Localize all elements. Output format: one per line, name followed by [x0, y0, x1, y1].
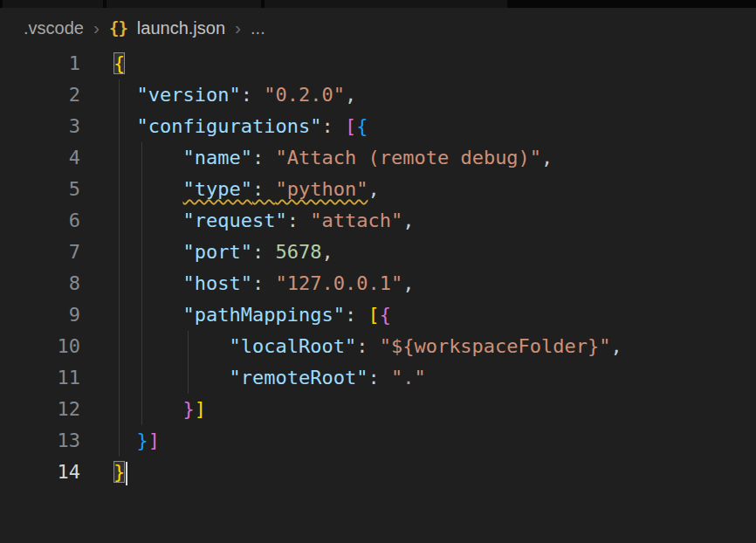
line-number[interactable]: 3 — [0, 111, 80, 142]
code-token: "request" — [182, 210, 286, 231]
code-token: { — [113, 52, 125, 74]
line-number[interactable]: 7 — [0, 237, 80, 268]
code-line[interactable]: 7 "port": 5678, — [0, 237, 756, 268]
code-line[interactable]: 13 }] — [0, 425, 756, 457]
code-line[interactable]: 6 "request": "attach", — [0, 205, 756, 237]
code-token: : — [368, 367, 391, 388]
code-line[interactable]: 2 "version": "0.2.0", — [0, 79, 756, 111]
code-token — [113, 241, 182, 263]
code-token: { — [380, 304, 391, 326]
code-token: : — [252, 178, 276, 200]
line-number[interactable]: 10 — [0, 331, 80, 362]
line-content: "localRoot": "${workspaceFolder}", — [80, 331, 622, 362]
code-token: "${workspaceFolder}" — [380, 335, 611, 357]
code-token: : — [252, 241, 276, 263]
code-line[interactable]: 10 "localRoot": "${workspaceFolder}", — [0, 331, 756, 362]
code-token: "remoteRoot" — [229, 367, 368, 388]
code-token: "host" — [182, 272, 251, 294]
line-content: } — [80, 457, 127, 488]
code-token: , — [402, 272, 414, 294]
code-token: , — [345, 84, 356, 106]
tab-strip-segment — [107, 0, 261, 8]
code-token: "." — [391, 367, 426, 388]
line-content: "name": "Attach (remote debug)", — [80, 142, 553, 174]
code-token — [113, 398, 182, 420]
line-content: }] — [80, 394, 206, 425]
code-token — [113, 147, 182, 168]
code-token: "127.0.0.1" — [275, 272, 402, 294]
code-line[interactable]: 9 "pathMappings": [{ — [0, 299, 756, 331]
code-token: "type" — [182, 178, 251, 200]
code-token: : — [356, 335, 380, 357]
line-content: "host": "127.0.0.1", — [80, 268, 414, 299]
line-number[interactable]: 2 — [0, 79, 80, 111]
code-token: ] — [195, 398, 206, 420]
code-token: "localRoot" — [229, 335, 356, 357]
code-token: : — [241, 84, 265, 106]
tab-bar — [0, 0, 756, 8]
chevron-right-icon: › — [235, 18, 241, 37]
breadcrumb-symbol-ellipsis[interactable]: ... — [251, 18, 265, 38]
line-content: "type": "python", — [80, 174, 380, 205]
line-content: "remoteRoot": "." — [80, 362, 426, 394]
line-content: "request": "attach", — [80, 205, 414, 237]
code-token: "name" — [182, 147, 251, 168]
line-number[interactable]: 6 — [0, 205, 80, 237]
code-token: : — [252, 147, 276, 168]
code-token: } — [182, 398, 194, 420]
code-token — [113, 367, 229, 388]
breadcrumb: .vscode › {} launch.json › ... — [0, 8, 756, 48]
code-token — [113, 304, 182, 326]
code-editor[interactable]: 1{2 "version": "0.2.0",3 "configurations… — [0, 48, 756, 488]
code-token: : — [252, 272, 276, 294]
tab-strip-segment — [3, 0, 103, 8]
code-token: "0.2.0" — [264, 84, 345, 106]
line-number[interactable]: 11 — [0, 362, 80, 394]
code-token: "pathMappings" — [182, 304, 344, 326]
code-token: , — [402, 210, 414, 231]
code-line[interactable]: 8 "host": "127.0.0.1", — [0, 268, 756, 299]
code-token: : — [345, 304, 368, 326]
breadcrumb-file[interactable]: launch.json — [137, 18, 225, 38]
code-line[interactable]: 12 }] — [0, 394, 756, 425]
code-token: : — [321, 115, 345, 137]
text-cursor — [126, 462, 127, 485]
code-line[interactable]: 3 "configurations": [{ — [0, 111, 756, 142]
line-content: { — [80, 48, 125, 79]
code-token: : — [287, 210, 311, 231]
code-token: 5678 — [275, 241, 321, 263]
line-content: "port": 5678, — [80, 237, 333, 268]
line-number[interactable]: 14 — [0, 457, 80, 488]
code-token: } — [137, 430, 148, 451]
code-token — [113, 84, 137, 106]
code-token — [113, 210, 182, 231]
code-line[interactable]: 1{ — [0, 48, 756, 79]
line-number[interactable]: 8 — [0, 268, 80, 299]
line-content: "version": "0.2.0", — [80, 79, 356, 111]
code-token: "attach" — [310, 210, 402, 231]
line-number[interactable]: 1 — [0, 48, 80, 79]
line-number[interactable]: 13 — [0, 425, 80, 457]
tab-strip-segment — [265, 0, 507, 8]
code-token: , — [541, 147, 553, 168]
line-content: "configurations": [{ — [80, 111, 368, 142]
code-token — [113, 335, 229, 357]
line-content: "pathMappings": [{ — [80, 299, 391, 331]
code-line[interactable]: 14} — [0, 457, 756, 488]
code-line[interactable]: 11 "remoteRoot": "." — [0, 362, 756, 394]
chevron-right-icon: › — [93, 18, 100, 37]
code-line[interactable]: 4 "name": "Attach (remote debug)", — [0, 142, 756, 174]
code-line[interactable]: 5 "type": "python", — [0, 174, 756, 205]
code-token: "port" — [182, 241, 251, 263]
line-number[interactable]: 12 — [0, 394, 80, 425]
breadcrumb-folder[interactable]: .vscode — [24, 18, 84, 38]
code-token: "version" — [137, 84, 241, 106]
code-token: } — [113, 461, 125, 483]
line-number[interactable]: 9 — [0, 299, 80, 331]
code-token: "configurations" — [137, 115, 322, 137]
code-token: ] — [148, 430, 160, 451]
line-number[interactable]: 4 — [0, 142, 80, 174]
code-token: , — [321, 241, 333, 263]
line-number[interactable]: 5 — [0, 174, 80, 205]
json-file-icon: {} — [109, 18, 127, 38]
